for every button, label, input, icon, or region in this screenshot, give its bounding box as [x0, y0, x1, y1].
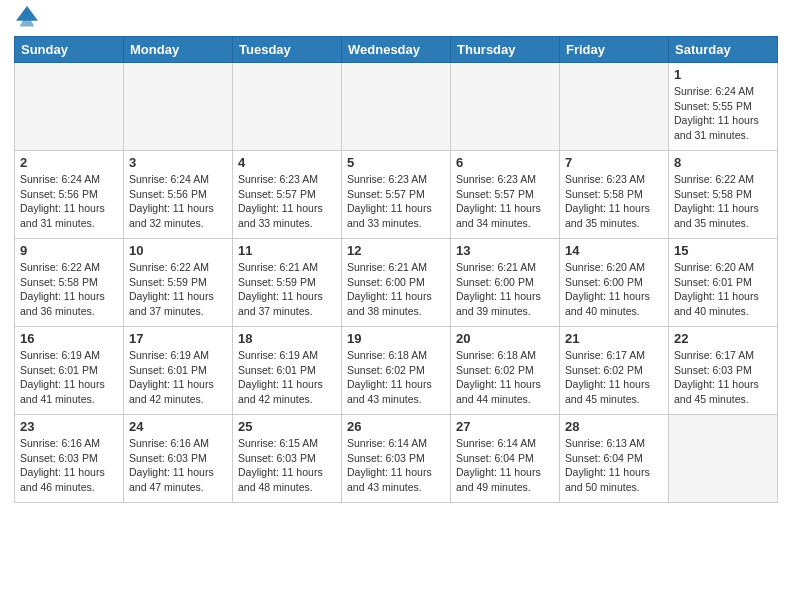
calendar-cell [124, 63, 233, 151]
day-info: Sunrise: 6:23 AM Sunset: 5:57 PM Dayligh… [456, 172, 554, 231]
calendar-header-row: SundayMondayTuesdayWednesdayThursdayFrid… [15, 37, 778, 63]
day-info: Sunrise: 6:20 AM Sunset: 6:01 PM Dayligh… [674, 260, 772, 319]
calendar-cell: 3Sunrise: 6:24 AM Sunset: 5:56 PM Daylig… [124, 151, 233, 239]
day-info: Sunrise: 6:18 AM Sunset: 6:02 PM Dayligh… [456, 348, 554, 407]
day-number: 13 [456, 243, 554, 258]
day-number: 8 [674, 155, 772, 170]
calendar-weekday-tuesday: Tuesday [233, 37, 342, 63]
calendar-cell: 22Sunrise: 6:17 AM Sunset: 6:03 PM Dayli… [669, 327, 778, 415]
day-number: 16 [20, 331, 118, 346]
day-number: 10 [129, 243, 227, 258]
calendar-week-3: 9Sunrise: 6:22 AM Sunset: 5:58 PM Daylig… [15, 239, 778, 327]
calendar-weekday-friday: Friday [560, 37, 669, 63]
day-number: 23 [20, 419, 118, 434]
calendar-table: SundayMondayTuesdayWednesdayThursdayFrid… [14, 36, 778, 503]
calendar-cell: 19Sunrise: 6:18 AM Sunset: 6:02 PM Dayli… [342, 327, 451, 415]
calendar-cell: 14Sunrise: 6:20 AM Sunset: 6:00 PM Dayli… [560, 239, 669, 327]
calendar-cell: 7Sunrise: 6:23 AM Sunset: 5:58 PM Daylig… [560, 151, 669, 239]
calendar-cell [233, 63, 342, 151]
day-info: Sunrise: 6:20 AM Sunset: 6:00 PM Dayligh… [565, 260, 663, 319]
day-number: 27 [456, 419, 554, 434]
day-number: 24 [129, 419, 227, 434]
calendar-cell: 23Sunrise: 6:16 AM Sunset: 6:03 PM Dayli… [15, 415, 124, 503]
day-info: Sunrise: 6:21 AM Sunset: 6:00 PM Dayligh… [456, 260, 554, 319]
calendar-cell: 9Sunrise: 6:22 AM Sunset: 5:58 PM Daylig… [15, 239, 124, 327]
logo [14, 16, 38, 28]
day-info: Sunrise: 6:16 AM Sunset: 6:03 PM Dayligh… [129, 436, 227, 495]
calendar-cell: 1Sunrise: 6:24 AM Sunset: 5:55 PM Daylig… [669, 63, 778, 151]
day-info: Sunrise: 6:22 AM Sunset: 5:59 PM Dayligh… [129, 260, 227, 319]
day-info: Sunrise: 6:23 AM Sunset: 5:58 PM Dayligh… [565, 172, 663, 231]
day-info: Sunrise: 6:17 AM Sunset: 6:03 PM Dayligh… [674, 348, 772, 407]
calendar-cell: 12Sunrise: 6:21 AM Sunset: 6:00 PM Dayli… [342, 239, 451, 327]
day-info: Sunrise: 6:19 AM Sunset: 6:01 PM Dayligh… [20, 348, 118, 407]
day-number: 15 [674, 243, 772, 258]
day-info: Sunrise: 6:23 AM Sunset: 5:57 PM Dayligh… [347, 172, 445, 231]
calendar-cell: 10Sunrise: 6:22 AM Sunset: 5:59 PM Dayli… [124, 239, 233, 327]
calendar-cell: 6Sunrise: 6:23 AM Sunset: 5:57 PM Daylig… [451, 151, 560, 239]
calendar-cell: 11Sunrise: 6:21 AM Sunset: 5:59 PM Dayli… [233, 239, 342, 327]
day-number: 18 [238, 331, 336, 346]
day-number: 17 [129, 331, 227, 346]
calendar-cell [669, 415, 778, 503]
day-info: Sunrise: 6:14 AM Sunset: 6:03 PM Dayligh… [347, 436, 445, 495]
calendar-cell: 25Sunrise: 6:15 AM Sunset: 6:03 PM Dayli… [233, 415, 342, 503]
day-number: 7 [565, 155, 663, 170]
calendar-cell: 18Sunrise: 6:19 AM Sunset: 6:01 PM Dayli… [233, 327, 342, 415]
day-number: 21 [565, 331, 663, 346]
calendar-cell [15, 63, 124, 151]
calendar-week-2: 2Sunrise: 6:24 AM Sunset: 5:56 PM Daylig… [15, 151, 778, 239]
calendar-week-4: 16Sunrise: 6:19 AM Sunset: 6:01 PM Dayli… [15, 327, 778, 415]
page: SundayMondayTuesdayWednesdayThursdayFrid… [0, 0, 792, 517]
calendar-weekday-thursday: Thursday [451, 37, 560, 63]
day-info: Sunrise: 6:22 AM Sunset: 5:58 PM Dayligh… [20, 260, 118, 319]
calendar-week-5: 23Sunrise: 6:16 AM Sunset: 6:03 PM Dayli… [15, 415, 778, 503]
calendar-cell: 4Sunrise: 6:23 AM Sunset: 5:57 PM Daylig… [233, 151, 342, 239]
day-number: 1 [674, 67, 772, 82]
calendar-cell: 28Sunrise: 6:13 AM Sunset: 6:04 PM Dayli… [560, 415, 669, 503]
day-info: Sunrise: 6:13 AM Sunset: 6:04 PM Dayligh… [565, 436, 663, 495]
day-number: 9 [20, 243, 118, 258]
calendar-cell: 17Sunrise: 6:19 AM Sunset: 6:01 PM Dayli… [124, 327, 233, 415]
calendar-cell: 15Sunrise: 6:20 AM Sunset: 6:01 PM Dayli… [669, 239, 778, 327]
calendar-weekday-wednesday: Wednesday [342, 37, 451, 63]
calendar-weekday-saturday: Saturday [669, 37, 778, 63]
day-number: 4 [238, 155, 336, 170]
calendar-cell [451, 63, 560, 151]
day-number: 19 [347, 331, 445, 346]
day-number: 26 [347, 419, 445, 434]
day-number: 6 [456, 155, 554, 170]
calendar-cell: 24Sunrise: 6:16 AM Sunset: 6:03 PM Dayli… [124, 415, 233, 503]
calendar-cell [560, 63, 669, 151]
day-info: Sunrise: 6:24 AM Sunset: 5:56 PM Dayligh… [129, 172, 227, 231]
day-number: 22 [674, 331, 772, 346]
day-number: 11 [238, 243, 336, 258]
calendar-weekday-sunday: Sunday [15, 37, 124, 63]
calendar-cell: 8Sunrise: 6:22 AM Sunset: 5:58 PM Daylig… [669, 151, 778, 239]
day-number: 25 [238, 419, 336, 434]
logo-icon [16, 6, 38, 28]
day-info: Sunrise: 6:18 AM Sunset: 6:02 PM Dayligh… [347, 348, 445, 407]
day-number: 2 [20, 155, 118, 170]
day-number: 3 [129, 155, 227, 170]
day-info: Sunrise: 6:24 AM Sunset: 5:56 PM Dayligh… [20, 172, 118, 231]
header [14, 10, 778, 28]
calendar-cell: 21Sunrise: 6:17 AM Sunset: 6:02 PM Dayli… [560, 327, 669, 415]
calendar-cell: 2Sunrise: 6:24 AM Sunset: 5:56 PM Daylig… [15, 151, 124, 239]
calendar-cell: 5Sunrise: 6:23 AM Sunset: 5:57 PM Daylig… [342, 151, 451, 239]
calendar-cell [342, 63, 451, 151]
day-info: Sunrise: 6:19 AM Sunset: 6:01 PM Dayligh… [238, 348, 336, 407]
day-number: 12 [347, 243, 445, 258]
day-info: Sunrise: 6:23 AM Sunset: 5:57 PM Dayligh… [238, 172, 336, 231]
day-info: Sunrise: 6:24 AM Sunset: 5:55 PM Dayligh… [674, 84, 772, 143]
calendar-cell: 16Sunrise: 6:19 AM Sunset: 6:01 PM Dayli… [15, 327, 124, 415]
day-info: Sunrise: 6:15 AM Sunset: 6:03 PM Dayligh… [238, 436, 336, 495]
day-number: 5 [347, 155, 445, 170]
calendar-cell: 26Sunrise: 6:14 AM Sunset: 6:03 PM Dayli… [342, 415, 451, 503]
calendar-cell: 27Sunrise: 6:14 AM Sunset: 6:04 PM Dayli… [451, 415, 560, 503]
day-number: 20 [456, 331, 554, 346]
day-info: Sunrise: 6:22 AM Sunset: 5:58 PM Dayligh… [674, 172, 772, 231]
calendar-cell: 13Sunrise: 6:21 AM Sunset: 6:00 PM Dayli… [451, 239, 560, 327]
calendar-weekday-monday: Monday [124, 37, 233, 63]
day-info: Sunrise: 6:19 AM Sunset: 6:01 PM Dayligh… [129, 348, 227, 407]
